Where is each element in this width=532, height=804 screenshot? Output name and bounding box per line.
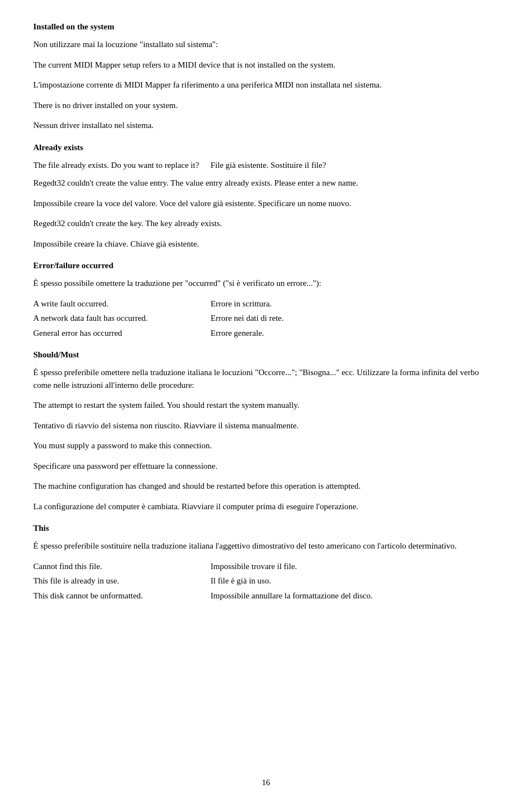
col-right-error-2: Errore nei dati di rete. bbox=[211, 312, 499, 325]
row-this-3: This disk cannot be unformatted. Impossi… bbox=[33, 590, 499, 602]
col-left-this-1: Cannot find this file. bbox=[33, 560, 211, 573]
row-already-exists-1: The file already exists. Do you want to … bbox=[33, 159, 499, 172]
col-left-this-3: This disk cannot be unformatted. bbox=[33, 590, 211, 602]
section-should-must: Should/Must È spesso preferibile ometter… bbox=[33, 350, 499, 513]
para-already-4: Impossibile creare la chiave. Chiave già… bbox=[33, 238, 499, 250]
row-error-2: A network data fault has occurred. Error… bbox=[33, 312, 499, 325]
para-already-3: Regedt32 couldn't create the key. The ke… bbox=[33, 217, 499, 230]
col-left-error-1: A write fault occurred. bbox=[33, 298, 211, 310]
col-right-already-1: File già esistente. Sostituire il file? bbox=[211, 159, 499, 172]
para-installed-2: The current MIDI Mapper setup refers to … bbox=[33, 59, 499, 71]
para-this-1: È spesso preferibile sostituire nella tr… bbox=[33, 540, 499, 552]
heading-installed-on-system: Installed on the system bbox=[33, 22, 499, 32]
para-should-3: Tentativo di riavvio del sistema non riu… bbox=[33, 419, 499, 432]
heading-already-exists: Already exists bbox=[33, 143, 499, 152]
para-installed-1: Non utilizzare mai la locuzione "install… bbox=[33, 38, 499, 51]
col-right-this-3: Impossibile annullare la formattazione d… bbox=[211, 590, 499, 602]
para-should-5: Specificare una password per effettuare … bbox=[33, 460, 499, 473]
col-right-error-3: Errore generale. bbox=[211, 327, 499, 340]
col-left-error-2: A network data fault has occurred. bbox=[33, 312, 211, 325]
para-should-7: La configurazione del computer è cambiat… bbox=[33, 500, 499, 513]
para-installed-4: There is no driver installed on your sys… bbox=[33, 99, 499, 112]
section-already-exists: Already exists The file already exists. … bbox=[33, 143, 499, 250]
para-error-1: È spesso possibile omettere la traduzion… bbox=[33, 277, 499, 290]
section-this: This È spesso preferibile sostituire nel… bbox=[33, 524, 499, 602]
para-should-2: The attempt to restart the system failed… bbox=[33, 399, 499, 412]
section-installed-on-system: Installed on the system Non utilizzare m… bbox=[33, 22, 499, 132]
section-error-failure: Error/failure occurred È spesso possibil… bbox=[33, 261, 499, 339]
col-right-this-2: Il file è già in uso. bbox=[211, 575, 499, 587]
para-should-6: The machine configuration has changed an… bbox=[33, 480, 499, 493]
para-should-1: È spesso preferibile omettere nella trad… bbox=[33, 366, 499, 391]
col-left-already-1: The file already exists. Do you want to … bbox=[33, 159, 211, 172]
row-error-3: General error has occurred Errore genera… bbox=[33, 327, 499, 340]
heading-should-must: Should/Must bbox=[33, 350, 499, 360]
heading-error-failure: Error/failure occurred bbox=[33, 261, 499, 270]
para-already-1: Regedt32 couldn't create the value entry… bbox=[33, 177, 499, 190]
para-installed-3: L'impostazione corrente di MIDI Mapper f… bbox=[33, 79, 499, 91]
heading-this: This bbox=[33, 524, 499, 533]
col-right-this-1: Impossibile trovare il file. bbox=[211, 560, 499, 573]
row-error-1: A write fault occurred. Errore in scritt… bbox=[33, 298, 499, 310]
col-right-error-1: Errore in scrittura. bbox=[211, 298, 499, 310]
page-number: 16 bbox=[0, 778, 532, 787]
col-left-this-2: This file is already in use. bbox=[33, 575, 211, 587]
para-already-2: Impossibile creare la voce del valore. V… bbox=[33, 197, 499, 210]
page: Installed on the system Non utilizzare m… bbox=[0, 0, 532, 804]
row-this-2: This file is already in use. Il file è g… bbox=[33, 575, 499, 587]
col-left-error-3: General error has occurred bbox=[33, 327, 211, 340]
para-should-4: You must supply a password to make this … bbox=[33, 439, 499, 452]
row-this-1: Cannot find this file. Impossibile trova… bbox=[33, 560, 499, 573]
para-installed-5: Nessun driver installato nel sistema. bbox=[33, 119, 499, 132]
